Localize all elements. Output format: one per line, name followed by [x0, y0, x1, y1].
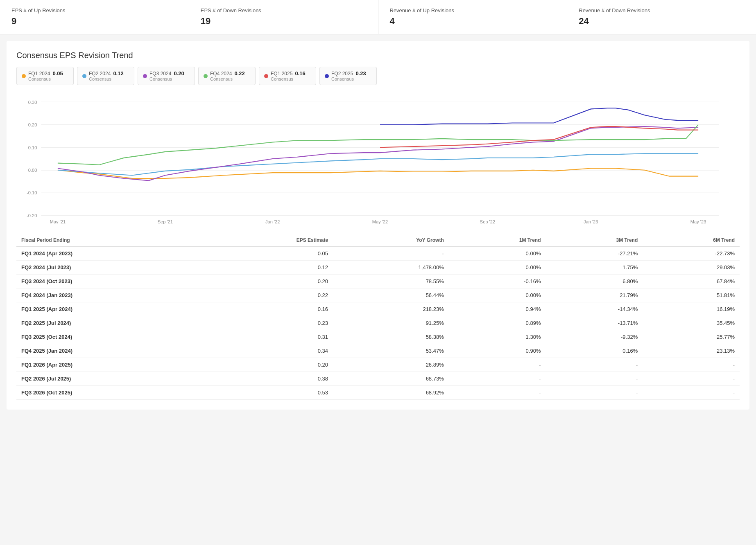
svg-text:Sep '22: Sep '22: [480, 219, 495, 224]
cell-eps: 0.20: [205, 275, 333, 288]
chart-legend: FQ1 2024 0.05 Consensus FQ2 2024 0.12 Co…: [16, 67, 740, 85]
legend-val-fq1-2025: 0.16: [295, 70, 305, 77]
cell-yoy: 58.38%: [333, 330, 449, 344]
cell-period: FQ4 2025 (Jan 2024): [16, 344, 205, 358]
metric-label-0: EPS # of Up Revisions: [11, 7, 177, 14]
col-yoy: YoY Growth: [333, 234, 449, 247]
legend-name-fq4-2024: FQ4 2024: [210, 71, 232, 77]
cell-6m: 29.03%: [643, 261, 740, 275]
table-row: FQ3 2026 (Oct 2025) 0.53 68.92% - - -: [16, 386, 740, 400]
legend-val-fq2-2025: 0.23: [355, 70, 366, 77]
svg-text:Jan '23: Jan '23: [584, 219, 598, 224]
cell-period: FQ2 2026 (Jul 2025): [16, 372, 205, 386]
cell-period: FQ2 2024 (Jul 2023): [16, 261, 205, 275]
col-eps: EPS Estimate: [205, 234, 333, 247]
metric-label-1: EPS # of Down Revisions: [201, 7, 367, 14]
legend-item-fq1-2024[interactable]: FQ1 2024 0.05 Consensus: [16, 67, 74, 85]
cell-period: FQ1 2025 (Apr 2024): [16, 302, 205, 316]
svg-text:0.10: 0.10: [28, 145, 37, 150]
chart-container: 0.30 0.20 0.10 0.00 -0.10 -0.20 May '21 …: [16, 93, 740, 224]
legend-name-fq1-2025: FQ1 2025: [271, 71, 292, 77]
cell-1m: 0.90%: [449, 344, 546, 358]
cell-eps: 0.31: [205, 330, 333, 344]
eps-table: Fiscal Period Ending EPS Estimate YoY Gr…: [16, 234, 740, 400]
cell-period: FQ3 2024 (Oct 2023): [16, 275, 205, 288]
cell-yoy: -: [333, 247, 449, 261]
cell-1m: 0.00%: [449, 247, 546, 261]
metric-value-0: 9: [11, 16, 177, 27]
legend-sub-fq4-2024: Consensus: [210, 77, 245, 81]
legend-dot-fq3-2024: [143, 74, 147, 78]
cell-6m: -: [643, 386, 740, 400]
cell-eps: 0.12: [205, 261, 333, 275]
table-row: FQ1 2026 (Apr 2025) 0.20 26.89% - - -: [16, 358, 740, 372]
cell-3m: 1.75%: [545, 261, 643, 275]
cell-yoy: 53.47%: [333, 344, 449, 358]
legend-val-fq4-2024: 0.22: [234, 70, 244, 77]
metric-value-1: 19: [201, 16, 367, 27]
cell-1m: -: [449, 386, 546, 400]
legend-dot-fq1-2024: [22, 74, 26, 78]
cell-yoy: 91.25%: [333, 316, 449, 330]
cell-6m: 23.13%: [643, 344, 740, 358]
legend-sub-fq1-2025: Consensus: [271, 77, 306, 81]
svg-text:0.30: 0.30: [28, 99, 37, 104]
cell-3m: -: [545, 372, 643, 386]
cell-period: FQ3 2025 (Oct 2024): [16, 330, 205, 344]
col-1m: 1M Trend: [449, 234, 546, 247]
metric-card-2: Revenue # of Up Revisions 4: [378, 0, 568, 34]
svg-text:0.00: 0.00: [28, 168, 37, 173]
legend-item-fq4-2024[interactable]: FQ4 2024 0.22 Consensus: [198, 67, 256, 85]
cell-1m: 0.00%: [449, 261, 546, 275]
cell-3m: -: [545, 358, 643, 372]
cell-eps: 0.23: [205, 316, 333, 330]
chart-section-title: Consensus EPS Revision Trend: [16, 51, 740, 60]
cell-3m: 0.16%: [545, 344, 643, 358]
table-row: FQ1 2025 (Apr 2024) 0.16 218.23% 0.94% -…: [16, 302, 740, 316]
metric-label-2: Revenue # of Up Revisions: [390, 7, 556, 14]
eps-revision-chart: 0.30 0.20 0.10 0.00 -0.10 -0.20 May '21 …: [16, 93, 740, 224]
svg-text:May '21: May '21: [50, 219, 66, 224]
main-content: Consensus EPS Revision Trend FQ1 2024 0.…: [7, 41, 749, 410]
table-row: FQ4 2024 (Jan 2023) 0.22 56.44% 0.00% 21…: [16, 288, 740, 302]
metric-card-0: EPS # of Up Revisions 9: [0, 0, 189, 34]
cell-3m: 6.80%: [545, 275, 643, 288]
legend-dot-fq4-2024: [204, 74, 208, 78]
table-row: FQ1 2024 (Apr 2023) 0.05 - 0.00% -27.21%…: [16, 247, 740, 261]
legend-item-fq3-2024[interactable]: FQ3 2024 0.20 Consensus: [138, 67, 195, 85]
cell-period: FQ3 2026 (Oct 2025): [16, 386, 205, 400]
cell-3m: -14.34%: [545, 302, 643, 316]
cell-period: FQ1 2024 (Apr 2023): [16, 247, 205, 261]
legend-name-fq2-2025: FQ2 2025: [331, 71, 353, 77]
cell-eps: 0.22: [205, 288, 333, 302]
metric-card-1: EPS # of Down Revisions 19: [189, 0, 378, 34]
cell-6m: 67.84%: [643, 275, 740, 288]
metric-card-3: Revenue # of Down Revisions 24: [567, 0, 756, 34]
cell-1m: 1.30%: [449, 330, 546, 344]
cell-6m: 35.45%: [643, 316, 740, 330]
cell-3m: 21.79%: [545, 288, 643, 302]
legend-item-fq1-2025[interactable]: FQ1 2025 0.16 Consensus: [259, 67, 316, 85]
cell-3m: -: [545, 386, 643, 400]
svg-text:0.20: 0.20: [28, 122, 37, 127]
cell-yoy: 56.44%: [333, 288, 449, 302]
cell-period: FQ1 2026 (Apr 2025): [16, 358, 205, 372]
legend-dot-fq1-2025: [264, 74, 268, 78]
legend-sub-fq1-2024: Consensus: [28, 77, 63, 81]
svg-text:-0.20: -0.20: [27, 213, 37, 218]
svg-text:May '23: May '23: [690, 219, 706, 224]
cell-yoy: 1,478.00%: [333, 261, 449, 275]
cell-1m: 0.89%: [449, 316, 546, 330]
cell-1m: -: [449, 372, 546, 386]
legend-name-fq3-2024: FQ3 2024: [149, 71, 171, 77]
svg-text:-0.10: -0.10: [27, 190, 37, 195]
col-3m: 3M Trend: [545, 234, 643, 247]
legend-item-fq2-2025[interactable]: FQ2 2025 0.23 Consensus: [319, 67, 377, 85]
cell-period: FQ4 2024 (Jan 2023): [16, 288, 205, 302]
legend-name-fq1-2024: FQ1 2024: [28, 71, 50, 77]
metrics-bar: EPS # of Up Revisions 9 EPS # of Down Re…: [0, 0, 756, 34]
table-row: FQ2 2026 (Jul 2025) 0.38 68.73% - - -: [16, 372, 740, 386]
legend-item-fq2-2024[interactable]: FQ2 2024 0.12 Consensus: [77, 67, 134, 85]
cell-yoy: 68.73%: [333, 372, 449, 386]
legend-sub-fq2-2024: Consensus: [89, 77, 124, 81]
